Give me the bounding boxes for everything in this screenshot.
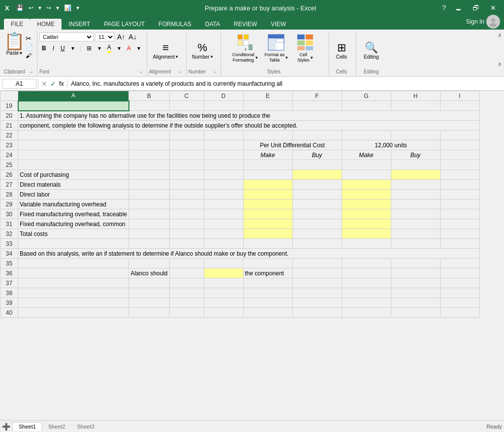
cell-c23[interactable] [169, 140, 204, 150]
cell-c24[interactable] [169, 150, 204, 160]
cell-c30[interactable] [169, 209, 204, 219]
cell-g39[interactable] [342, 298, 391, 308]
cell-a29[interactable]: Variable manufacturing overhead [18, 199, 129, 209]
cell-a24[interactable] [18, 150, 129, 160]
cell-e19[interactable] [243, 101, 292, 111]
undo-arrow[interactable]: ▾ [37, 3, 43, 12]
cell-styles-dropdown[interactable]: ▾ [311, 55, 313, 60]
cell-g38[interactable] [342, 288, 391, 298]
row-num-24[interactable]: 24 [0, 150, 18, 160]
row-num-33[interactable]: 33 [0, 239, 18, 249]
cell-f37[interactable] [292, 278, 342, 288]
alignment-btn[interactable]: ≡ Alignment ▾ [153, 41, 178, 60]
cell-b37[interactable] [129, 278, 169, 288]
row-num-28[interactable]: 28 [0, 190, 18, 199]
cell-c37[interactable] [169, 278, 204, 288]
row-num-26[interactable]: 26 [0, 170, 18, 180]
cell-h22[interactable] [391, 131, 440, 140]
tab-review[interactable]: REVIEW [227, 19, 264, 30]
cell-i24[interactable] [440, 150, 479, 160]
cell-b24[interactable] [129, 150, 169, 160]
alignment-dropdown[interactable]: ▾ [176, 54, 178, 59]
cell-i40[interactable] [440, 308, 479, 318]
cell-a34[interactable]: Based on this analysis, write an if stat… [18, 249, 480, 259]
minimize-btn[interactable]: 🗕 [451, 3, 466, 13]
cell-e30[interactable] [243, 209, 292, 219]
cell-a30[interactable]: Fixed manufacturing overhead, traceable [18, 209, 129, 219]
row-num-25[interactable]: 25 [0, 160, 18, 170]
shrink-font-btn[interactable]: A↓ [127, 33, 137, 41]
cell-e38[interactable] [243, 288, 292, 298]
font-color-btn[interactable]: A [125, 44, 133, 53]
cell-d29[interactable] [204, 199, 243, 209]
paste-dropdown[interactable]: ▾ [20, 50, 22, 56]
cell-c25[interactable] [169, 160, 204, 170]
cell-e33[interactable] [243, 239, 292, 249]
customize-qat-btn[interactable]: ▾ [55, 3, 61, 12]
cell-c19[interactable] [169, 101, 204, 111]
cell-h39[interactable] [391, 298, 440, 308]
row-num-30[interactable]: 30 [0, 209, 18, 219]
cell-g33[interactable] [342, 239, 391, 249]
cell-i22[interactable] [440, 131, 479, 140]
cell-d28[interactable] [204, 190, 243, 199]
cell-i30[interactable] [440, 209, 479, 219]
cell-a21[interactable]: component, complete the following analys… [18, 121, 480, 131]
cell-e24[interactable]: Make [243, 150, 292, 160]
tab-view[interactable]: VIEW [264, 19, 293, 30]
font-launcher[interactable]: ⌐ [140, 69, 143, 74]
cell-g30[interactable] [342, 209, 391, 219]
cell-f30[interactable] [292, 209, 342, 219]
cell-e29[interactable] [243, 199, 292, 209]
cell-b30[interactable] [129, 209, 169, 219]
help-btn[interactable]: ? [440, 3, 448, 13]
cell-i36[interactable] [440, 268, 479, 278]
cell-b39[interactable] [129, 298, 169, 308]
cell-g37[interactable] [342, 278, 391, 288]
cell-e23[interactable]: Per Unit Differential Cost [243, 140, 342, 150]
cell-a32[interactable]: Total costs [18, 229, 129, 239]
cell-a39[interactable] [18, 298, 129, 308]
cell-e28[interactable] [243, 190, 292, 199]
tab-insert[interactable]: INSERT [62, 19, 97, 30]
grid-wrapper[interactable]: A B C D E F G H I 19 [0, 91, 504, 420]
row-num-38[interactable]: 38 [0, 288, 18, 298]
cell-h26[interactable] [391, 170, 440, 180]
cell-a19[interactable] [18, 101, 129, 111]
row-num-22[interactable]: 22 [0, 131, 18, 140]
cell-e32[interactable] [243, 229, 292, 239]
cell-d39[interactable] [204, 298, 243, 308]
cell-a27[interactable]: Direct materials [18, 180, 129, 190]
cell-d27[interactable] [204, 180, 243, 190]
editing-btn[interactable]: 🔍 Editing [364, 41, 379, 60]
cells-btn[interactable]: ⊞ Cells [336, 41, 347, 60]
cell-c33[interactable] [169, 239, 204, 249]
form-btn[interactable]: 📊 [63, 3, 73, 12]
cell-c22[interactable] [169, 131, 204, 140]
cell-f25[interactable] [292, 160, 342, 170]
cell-e35[interactable] [243, 259, 292, 268]
cell-c39[interactable] [169, 298, 204, 308]
cell-h35[interactable] [391, 259, 440, 268]
cell-i23[interactable] [440, 140, 479, 150]
cell-b33[interactable] [129, 239, 169, 249]
cell-f24[interactable]: Buy [292, 150, 342, 160]
cell-a36[interactable] [18, 268, 129, 278]
sheet-tab-3[interactable]: Sheet3 [71, 423, 100, 431]
cut-btn[interactable]: ✂ [26, 34, 33, 42]
row-num-29[interactable]: 29 [0, 199, 18, 209]
cell-c40[interactable] [169, 308, 204, 318]
col-header-g[interactable]: G [342, 91, 391, 101]
cell-g19[interactable] [342, 101, 391, 111]
cell-i29[interactable] [440, 199, 479, 209]
cell-b38[interactable] [129, 288, 169, 298]
cell-a31[interactable]: Fixed manufacturing overhead, common [18, 219, 129, 229]
cell-f26[interactable] [292, 170, 342, 180]
cell-b35[interactable] [129, 259, 169, 268]
cell-i33[interactable] [440, 239, 479, 249]
cell-c26[interactable] [169, 170, 204, 180]
number-dropdown[interactable]: ▾ [211, 54, 213, 59]
row-num-37[interactable]: 37 [0, 278, 18, 288]
cell-a33[interactable] [18, 239, 129, 249]
tab-data[interactable]: DATA [198, 19, 227, 30]
